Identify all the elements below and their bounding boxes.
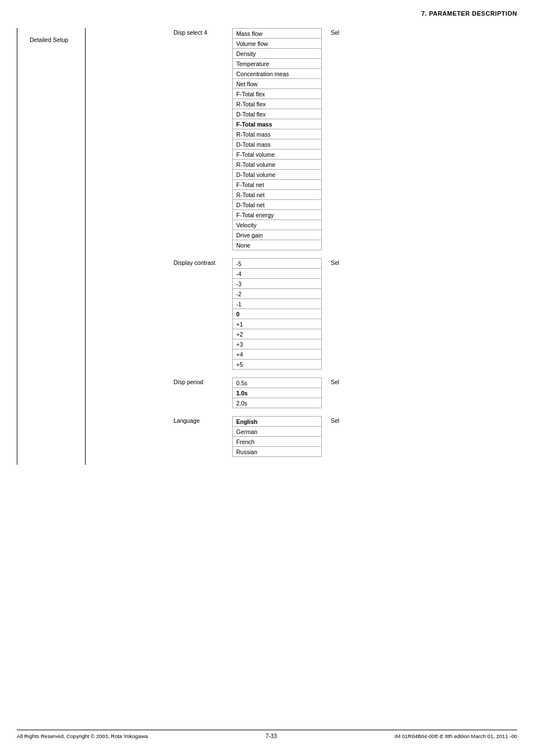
table-row: German: [233, 427, 322, 437]
page-header: 7. PARAMETER DESCRIPTION: [0, 0, 534, 22]
param-label-language: Language: [174, 416, 232, 457]
option-cell-0-10: R-Total mass: [233, 129, 322, 139]
option-cell-3-0: English: [233, 417, 322, 427]
option-cell-0-1: Volume flow: [233, 39, 322, 49]
option-cell-1-2: -3: [233, 279, 322, 289]
table-row: +5: [233, 360, 322, 370]
option-cell-0-4: Concentration meas: [233, 69, 322, 79]
option-cell-1-4: -1: [233, 299, 322, 309]
option-cell-0-16: R-Total net: [233, 190, 322, 200]
option-cell-0-15: F-Total net: [233, 180, 322, 190]
table-row: -1: [233, 299, 322, 309]
sel-label-display-contrast: Sel: [322, 258, 339, 266]
option-cell-0-6: F-Total flex: [233, 89, 322, 99]
table-row: English: [233, 417, 322, 427]
table-row: R-Total volume: [233, 160, 322, 170]
footer-center: 7-33: [265, 733, 277, 739]
option-cell-0-17: D-Total net: [233, 200, 322, 210]
line-gap-2: [75, 28, 85, 465]
table-row: Concentration meas: [233, 69, 322, 79]
table-row: Volume flow: [233, 39, 322, 49]
param-label-disp-period: Disp period: [174, 377, 232, 408]
option-cell-0-0: Mass flow: [233, 29, 322, 39]
option-cell-0-14: D-Total volume: [233, 170, 322, 180]
left-sidebar: Detailed Setup: [17, 28, 174, 465]
line-gap-3: [86, 28, 93, 465]
table-row: Mass flow: [233, 29, 322, 39]
table-row: Temperature: [233, 59, 322, 69]
option-cell-0-12: F-Total volume: [233, 150, 322, 160]
table-row: F-Total energy: [233, 210, 322, 220]
table-row: F-Total net: [233, 180, 322, 190]
option-cell-0-7: R-Total flex: [233, 99, 322, 109]
options-table-disp-select-4: Mass flowVolume flowDensityTemperatureCo…: [232, 28, 322, 250]
option-cell-1-8: +3: [233, 339, 322, 349]
section-disp-select-4: Disp select 4Mass flowVolume flowDensity…: [174, 28, 517, 250]
options-table-display-contrast: -5-4-3-2-10+1+2+3+4+5: [232, 258, 322, 370]
table-row: French: [233, 437, 322, 447]
option-cell-0-3: Temperature: [233, 59, 322, 69]
option-cell-1-5: 0: [233, 309, 322, 319]
table-row: D-Total net: [233, 200, 322, 210]
option-cell-0-2: Density: [233, 49, 322, 59]
option-cell-1-10: +5: [233, 360, 322, 370]
table-row: 0: [233, 309, 322, 319]
options-table-disp-period: 0.5s1.0s2.0s: [232, 377, 322, 408]
table-row: 1.0s: [233, 388, 322, 398]
param-label-display-contrast: Display contrast: [174, 258, 232, 370]
option-cell-2-1: 1.0s: [233, 388, 322, 398]
sel-label-disp-select-4: Sel: [322, 28, 339, 36]
table-row: +1: [233, 319, 322, 329]
options-table-language: EnglishGermanFrenchRussian: [232, 416, 322, 457]
option-cell-1-9: +4: [233, 349, 322, 360]
main-content: Disp select 4Mass flowVolume flowDensity…: [174, 28, 517, 465]
header-title: 7. PARAMETER DESCRIPTION: [421, 10, 517, 17]
option-cell-3-1: German: [233, 427, 322, 437]
option-cell-0-9: F-Total mass: [233, 119, 322, 129]
option-cell-3-2: French: [233, 437, 322, 447]
option-cell-1-0: -5: [233, 259, 322, 269]
section-language: LanguageEnglishGermanFrenchRussianSel: [174, 416, 517, 457]
table-row: None: [233, 240, 322, 250]
option-cell-2-0: 0.5s: [233, 378, 322, 388]
table-row: -2: [233, 289, 322, 299]
table-row: D-Total flex: [233, 109, 322, 119]
option-cell-0-5: Net flow: [233, 79, 322, 89]
table-row: 0.5s: [233, 378, 322, 388]
table-row: Velocity: [233, 220, 322, 230]
option-cell-0-21: None: [233, 240, 322, 250]
option-cell-0-20: Drive gain: [233, 230, 322, 240]
table-row: +4: [233, 349, 322, 360]
option-cell-1-6: +1: [233, 319, 322, 329]
option-cell-0-8: D-Total flex: [233, 109, 322, 119]
table-row: -5: [233, 259, 322, 269]
option-cell-0-19: Velocity: [233, 220, 322, 230]
option-cell-0-13: R-Total volume: [233, 160, 322, 170]
section-display-contrast: Display contrast-5-4-3-2-10+1+2+3+4+5Sel: [174, 258, 517, 370]
table-row: R-Total net: [233, 190, 322, 200]
table-row: -4: [233, 269, 322, 279]
table-row: Density: [233, 49, 322, 59]
table-row: +2: [233, 329, 322, 339]
table-row: R-Total flex: [233, 99, 322, 109]
table-row: D-Total volume: [233, 170, 322, 180]
param-label-disp-select-4: Disp select 4: [174, 28, 232, 250]
option-cell-1-7: +2: [233, 329, 322, 339]
table-row: Drive gain: [233, 230, 322, 240]
page-content: Detailed Setup Disp select 4Mass flowVol…: [0, 22, 534, 465]
option-cell-1-3: -2: [233, 289, 322, 299]
option-cell-2-2: 2.0s: [233, 398, 322, 408]
table-row: F-Total volume: [233, 150, 322, 160]
table-row: Russian: [233, 447, 322, 457]
sel-label-language: Sel: [322, 416, 339, 424]
option-cell-0-11: D-Total mass: [233, 139, 322, 150]
table-row: 2.0s: [233, 398, 322, 408]
table-row: F-Total mass: [233, 119, 322, 129]
option-cell-1-1: -4: [233, 269, 322, 279]
table-row: F-Total flex: [233, 89, 322, 99]
detailed-setup-label: Detailed Setup: [27, 28, 75, 465]
page-footer: All Rights Reserved. Copyright © 2003, R…: [17, 730, 517, 739]
table-row: Net flow: [233, 79, 322, 89]
table-row: D-Total mass: [233, 139, 322, 150]
line-gap-1: [17, 28, 27, 465]
